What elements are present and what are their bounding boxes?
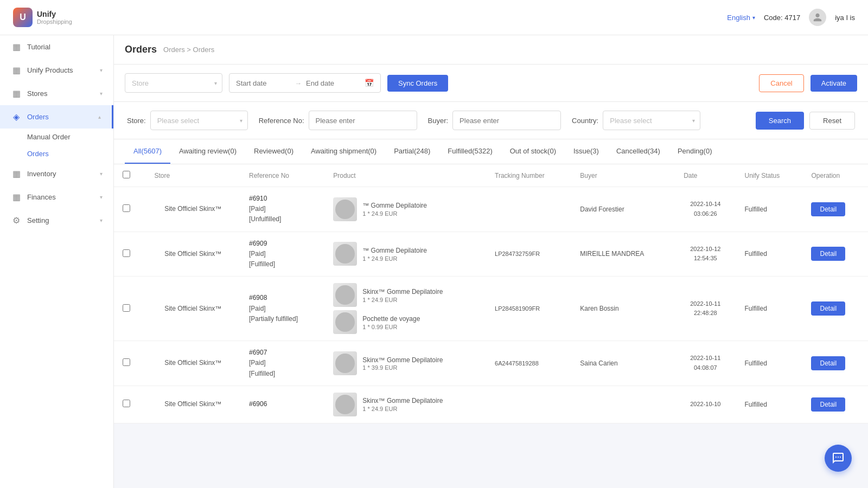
ref-filter-group: Reference No: bbox=[259, 111, 417, 130]
tracking-number: 6A24475819288 bbox=[495, 360, 539, 367]
store-filter-select[interactable]: Please select bbox=[150, 111, 248, 130]
product-cell: Skinx™ Gomme Depilatoire 1 * 24.9 EUR Po… bbox=[333, 283, 477, 334]
row-checkbox-1[interactable] bbox=[123, 249, 130, 257]
filter-bar: Store → 📅 Sync Orders Cancel Activate bbox=[114, 65, 868, 102]
language-selector[interactable]: English bbox=[727, 14, 755, 22]
finances-icon: ▦ bbox=[11, 192, 22, 202]
store-cell: Site Officiel Skinx™ bbox=[155, 304, 232, 314]
unify-status: Fulfilled bbox=[744, 305, 767, 312]
buyer-input[interactable] bbox=[452, 111, 561, 130]
svg-point-1 bbox=[838, 457, 839, 458]
tab-reviewed[interactable]: Reviewed(0) bbox=[245, 139, 302, 164]
logo-title: Unify bbox=[37, 10, 72, 18]
tab-pending[interactable]: Pending(0) bbox=[669, 139, 721, 164]
tab-awaiting-shipment[interactable]: Awaiting shipment(0) bbox=[302, 139, 385, 164]
orders-table: Store Reference No Product Tracking Numb… bbox=[114, 164, 868, 423]
sidebar-label-inventory: Inventory bbox=[27, 170, 94, 178]
chat-button[interactable] bbox=[825, 445, 852, 472]
product-name: ™ Gomme Depilatoire bbox=[362, 201, 427, 210]
product-image bbox=[333, 310, 357, 334]
product-price: 1 * 24.9 EUR bbox=[362, 297, 443, 303]
store-cell: Site Officiel Skinx™ bbox=[155, 204, 232, 214]
product-name: Skinx™ Gomme Depilatoire bbox=[362, 396, 443, 406]
orders-table-area: Store Reference No Product Tracking Numb… bbox=[114, 164, 868, 423]
country-select-wrapper: Please select bbox=[603, 111, 700, 130]
orders-submenu: Manual Order Orders bbox=[0, 129, 113, 162]
detail-button[interactable]: Detail bbox=[811, 202, 845, 216]
product-cell: Skinx™ Gomme Depilatoire 1 * 39.9 EUR bbox=[333, 351, 477, 375]
col-operation: Operation bbox=[802, 164, 868, 187]
unify-status: Fulfilled bbox=[744, 359, 767, 367]
breadcrumb: Orders Orders > Orders bbox=[125, 44, 857, 55]
product-item: Skinx™ Gomme Depilatoire 1 * 24.9 EUR bbox=[333, 283, 477, 307]
order-date: 2022-10-1122:48:28 bbox=[684, 299, 727, 318]
sync-orders-button[interactable]: Sync Orders bbox=[387, 75, 448, 92]
product-cell: Skinx™ Gomme Depilatoire 1 * 24.9 EUR bbox=[333, 393, 477, 416]
row-checkbox-2[interactable] bbox=[123, 304, 130, 312]
chevron-down-icon: ▾ bbox=[100, 67, 103, 73]
order-date: 2022-10-10 bbox=[684, 400, 727, 409]
sidebar-item-setting[interactable]: ⚙ Setting ▾ bbox=[0, 209, 113, 232]
tab-awaiting-review[interactable]: Awaiting review(0) bbox=[170, 139, 245, 164]
sidebar-item-inventory[interactable]: ▦ Inventory ▾ bbox=[0, 162, 113, 185]
avatar[interactable] bbox=[809, 9, 826, 26]
svg-point-2 bbox=[840, 457, 841, 458]
tab-all[interactable]: All(5607) bbox=[125, 139, 170, 164]
logo-subtitle: Dropshipping bbox=[37, 18, 72, 25]
table-row: Site Officiel Skinx™ #6909 [Paid] [Fulfi… bbox=[114, 232, 868, 277]
store-cell: Site Officiel Skinx™ bbox=[155, 399, 232, 409]
row-checkbox-4[interactable] bbox=[123, 400, 130, 407]
unify-status: Fulfilled bbox=[744, 250, 767, 258]
table-header: Store Reference No Product Tracking Numb… bbox=[114, 164, 868, 187]
sidebar-item-tutorial[interactable]: ▦ Tutorial bbox=[0, 35, 113, 59]
table-row: Site Officiel Skinx™ #6906 Skinx™ Gomme … bbox=[114, 386, 868, 423]
tab-out-of-stock[interactable]: Out of stock(0) bbox=[501, 139, 565, 164]
row-checkbox-3[interactable] bbox=[123, 358, 130, 366]
table-row: Site Officiel Skinx™ #6908 [Paid] [Parti… bbox=[114, 277, 868, 341]
buyer-name: Saina Carien bbox=[580, 359, 617, 367]
sidebar-item-stores[interactable]: ▦ Stores ▾ bbox=[0, 82, 113, 105]
start-date-input[interactable] bbox=[236, 79, 290, 87]
ref-input[interactable] bbox=[309, 111, 417, 130]
row-checkbox-0[interactable] bbox=[123, 204, 130, 212]
tutorial-icon: ▦ bbox=[11, 42, 22, 52]
sidebar-item-manual-order[interactable]: Manual Order bbox=[27, 129, 113, 145]
filter-actions: Search Reset bbox=[756, 112, 855, 130]
sidebar-label-stores: Stores bbox=[27, 89, 94, 98]
logo-text: Unify Dropshipping bbox=[37, 10, 72, 25]
date-range-picker[interactable]: → 📅 bbox=[229, 73, 381, 93]
tab-cancelled[interactable]: Cancelled(34) bbox=[608, 139, 669, 164]
end-date-input[interactable] bbox=[306, 79, 360, 87]
sidebar-item-orders[interactable]: ◈ Orders ▴ bbox=[0, 105, 113, 129]
tab-fulfilled[interactable]: Fulfilled(5322) bbox=[439, 139, 501, 164]
product-image bbox=[333, 283, 357, 307]
chevron-down-icon: ▾ bbox=[100, 194, 103, 200]
store-dropdown[interactable]: Store bbox=[125, 73, 222, 93]
sidebar-item-orders-sub[interactable]: Orders bbox=[27, 145, 113, 162]
buyer-filter-label: Buyer: bbox=[428, 117, 449, 125]
sidebar-label-setting: Setting bbox=[27, 216, 94, 224]
detail-button[interactable]: Detail bbox=[811, 397, 845, 412]
col-store: Store bbox=[146, 164, 240, 187]
sidebar-item-finances[interactable]: ▦ Finances ▾ bbox=[0, 185, 113, 209]
sidebar-item-unify-products[interactable]: ▦ Unify Products ▾ bbox=[0, 59, 113, 82]
tab-issue[interactable]: Issue(3) bbox=[565, 139, 608, 164]
col-ref: Reference No bbox=[240, 164, 324, 187]
product-price: 1 * 24.9 EUR bbox=[362, 406, 443, 412]
reset-button[interactable]: Reset bbox=[809, 112, 855, 130]
cancel-button[interactable]: Cancel bbox=[759, 74, 803, 92]
search-button[interactable]: Search bbox=[756, 112, 804, 130]
store-filter-group: Store: Please select bbox=[127, 111, 248, 130]
calendar-icon: 📅 bbox=[365, 79, 374, 87]
detail-button[interactable]: Detail bbox=[811, 247, 845, 261]
detail-button[interactable]: Detail bbox=[811, 356, 845, 370]
country-filter-label: Country: bbox=[572, 117, 598, 125]
detail-button[interactable]: Detail bbox=[811, 301, 845, 316]
tab-partial[interactable]: Partial(248) bbox=[385, 139, 439, 164]
store-cell: Site Officiel Skinx™ bbox=[155, 358, 232, 368]
select-all-checkbox[interactable] bbox=[123, 171, 130, 178]
reference-cell: #6908 [Paid] [Partially fulfilled] bbox=[249, 293, 316, 324]
buyer-name: Karen Bossin bbox=[580, 305, 618, 312]
activate-button[interactable]: Activate bbox=[810, 75, 857, 92]
country-filter-select[interactable]: Please select bbox=[603, 111, 700, 130]
